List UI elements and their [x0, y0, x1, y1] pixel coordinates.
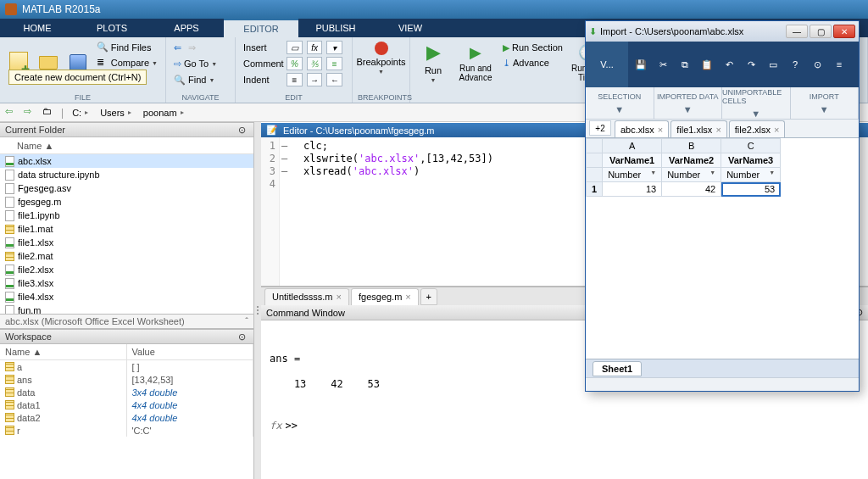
workspace-col-name[interactable]: Name ▲: [0, 344, 127, 359]
workspace-row[interactable]: r'C:C': [0, 424, 253, 437]
workspace-col-value[interactable]: Value: [127, 344, 254, 359]
import-range-step[interactable]: +2: [589, 120, 611, 136]
workspace-row[interactable]: data24x4 double: [0, 411, 253, 424]
file-item[interactable]: data structure.ipynb: [0, 168, 253, 181]
breadcrumb-seg-poonam[interactable]: poonam▸: [140, 108, 187, 118]
nav-forward-icon[interactable]: ⇨: [24, 106, 37, 120]
fx-prompt-icon[interactable]: fx: [270, 420, 281, 432]
insert-button[interactable]: Insert▭fx▾: [241, 40, 347, 55]
insert-section-icon[interactable]: ▭: [287, 41, 303, 54]
indent-inc-icon[interactable]: →: [307, 73, 323, 86]
row-header-1[interactable]: 1: [587, 182, 603, 197]
varname-1[interactable]: VarName1: [603, 153, 662, 168]
workspace-row[interactable]: ans[13,42,53]: [0, 373, 253, 386]
workspace-row[interactable]: data3x4 double: [0, 386, 253, 398]
section-selection[interactable]: SELECTION▼: [586, 87, 654, 119]
run-advance-button[interactable]: ▶Run and Advance: [454, 40, 497, 85]
collapse-icon[interactable]: ⊙: [238, 331, 248, 343]
close-icon[interactable]: ×: [658, 125, 663, 135]
section-import[interactable]: IMPORT▼: [791, 87, 860, 119]
breadcrumb-seg-c[interactable]: C:▸: [69, 108, 92, 118]
close-icon[interactable]: ×: [337, 292, 342, 302]
data-cell-1-c[interactable]: 53: [721, 182, 781, 197]
run-button[interactable]: ▶Run▼: [415, 40, 451, 85]
compare-button[interactable]: ≣Compare▼: [94, 55, 160, 70]
file-item[interactable]: fgesgeg.m: [0, 195, 253, 209]
type-cell-2[interactable]: Number▼: [662, 168, 721, 182]
overflow-icon[interactable]: ≡: [832, 57, 847, 72]
undo-icon[interactable]: ↶: [721, 57, 737, 72]
comment-add-icon[interactable]: %: [287, 57, 303, 70]
import-titlebar[interactable]: ⬇ Import - C:\Users\poonam\abc.xlsx — ▢ …: [586, 21, 859, 42]
redo-icon[interactable]: ↷: [743, 57, 759, 72]
import-tab-file2[interactable]: file2.xlsx×: [729, 120, 786, 137]
editor-tab-untitled[interactable]: Untitledssss.m×: [264, 288, 349, 305]
col-header-b[interactable]: B: [662, 139, 721, 153]
expand-icon[interactable]: ˆ: [245, 316, 248, 326]
help-icon[interactable]: ?: [787, 57, 803, 72]
col-header-a[interactable]: A: [603, 139, 662, 153]
collapse-icon[interactable]: ⊙: [238, 125, 248, 136]
close-icon[interactable]: ×: [715, 125, 721, 135]
window-icon[interactable]: ▭: [765, 57, 781, 72]
workspace-header[interactable]: Workspace ⊙: [0, 329, 253, 344]
file-item[interactable]: file3.xlsx: [0, 276, 253, 290]
file-item[interactable]: file1.xlsx: [0, 236, 253, 249]
add-tab-button[interactable]: +: [420, 288, 437, 305]
breakpoint-gutter[interactable]: ———: [280, 137, 293, 286]
data-cell-1-b[interactable]: 42: [662, 182, 721, 197]
nav-fwd-button[interactable]: ⇒: [186, 40, 198, 55]
import-tab-file1[interactable]: file1.xlsx×: [670, 120, 727, 137]
indent-dec-icon[interactable]: ←: [326, 73, 342, 86]
file-item[interactable]: file4.xlsx: [0, 290, 253, 304]
more-icon[interactable]: ⊙: [810, 57, 825, 72]
breadcrumb-seg-users[interactable]: Users▸: [97, 108, 135, 118]
close-button[interactable]: ✕: [833, 25, 855, 38]
nav-back-button[interactable]: ⇐: [171, 40, 184, 55]
comment-button[interactable]: Comment%⅗≡: [241, 56, 347, 71]
import-tab-abc[interactable]: abc.xlsx×: [615, 120, 669, 137]
comment-rm-icon[interactable]: ⅗: [307, 57, 323, 70]
file-item[interactable]: file2.xlsx: [0, 263, 253, 276]
col-header-c[interactable]: C: [721, 139, 781, 153]
column-resize-handle[interactable]: [254, 122, 261, 479]
insert-more-icon[interactable]: ▾: [326, 41, 342, 54]
import-data-grid[interactable]: A B C VarName1 VarName2 VarName3 Number▼…: [586, 138, 859, 359]
tab-apps[interactable]: APPS: [149, 19, 224, 37]
file-item[interactable]: Fgesgeg.asv: [0, 181, 253, 195]
close-icon[interactable]: ×: [405, 292, 410, 302]
workspace-row[interactable]: data14x4 double: [0, 398, 253, 411]
tab-plots[interactable]: PLOTS: [75, 19, 149, 37]
nav-up-icon[interactable]: 🗀: [42, 106, 56, 120]
advance-button[interactable]: ⤓Advance: [500, 55, 565, 70]
type-cell-3[interactable]: Number▼: [721, 168, 781, 182]
current-folder-header[interactable]: Current Folder ⊙: [0, 122, 253, 137]
maximize-button[interactable]: ▢: [810, 25, 832, 38]
comment-wrap-icon[interactable]: ≡: [326, 57, 342, 70]
find-files-button[interactable]: 🔍Find Files: [94, 40, 160, 55]
nav-back-icon[interactable]: ⇦: [5, 106, 19, 120]
save-icon[interactable]: 💾: [633, 57, 648, 72]
file-list-column-name[interactable]: Name ▲: [0, 137, 253, 154]
file-item[interactable]: file2.mat: [0, 249, 253, 263]
tab-editor[interactable]: EDITOR: [224, 19, 298, 37]
minimize-button[interactable]: —: [786, 25, 808, 38]
file-item[interactable]: fun.m: [0, 304, 253, 314]
tab-publish[interactable]: PUBLISH: [298, 19, 373, 37]
close-icon[interactable]: ×: [774, 125, 779, 135]
file-item[interactable]: file1.mat: [0, 222, 253, 236]
goto-button[interactable]: ⇨Go To▼: [171, 56, 230, 71]
editor-tab-fgesgeg[interactable]: fgesgeg.m×: [351, 288, 419, 305]
paste-icon[interactable]: 📋: [699, 57, 715, 72]
section-unimportable[interactable]: UNIMPORTABLE CELLS▼: [722, 87, 791, 119]
section-imported-data[interactable]: IMPORTED DATA▼: [654, 87, 723, 119]
tab-home[interactable]: HOME: [0, 19, 75, 37]
insert-fx-icon[interactable]: fx: [307, 41, 323, 54]
workspace-row[interactable]: a[ ]: [0, 360, 253, 373]
find-button[interactable]: 🔍Find▼: [171, 72, 230, 87]
indent-button[interactable]: Indent≡→←: [241, 72, 347, 87]
file-item[interactable]: file1.ipynb: [0, 209, 253, 222]
sheet-tab-sheet1[interactable]: Sheet1: [593, 361, 642, 376]
indent-auto-icon[interactable]: ≡: [287, 73, 303, 86]
type-cell-1[interactable]: Number▼: [603, 168, 662, 182]
